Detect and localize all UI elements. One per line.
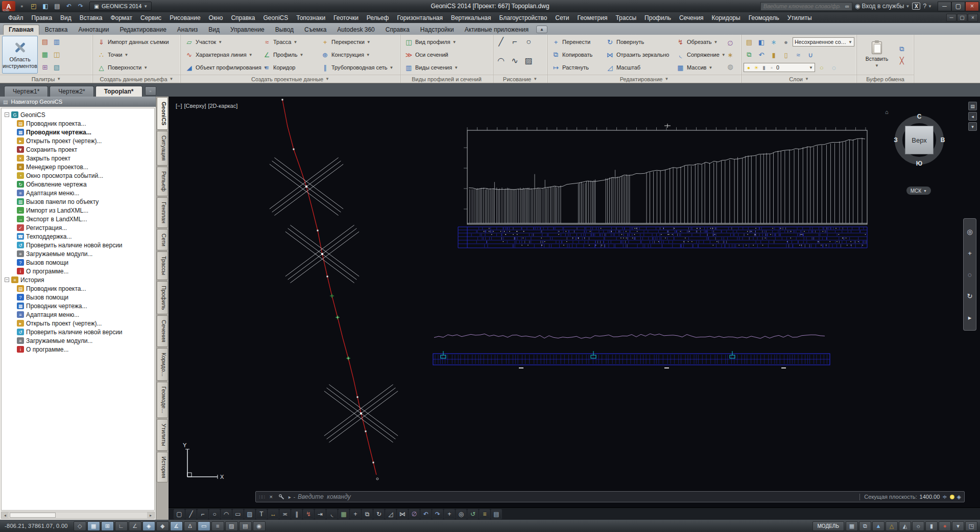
orbit-icon[interactable]: ↻ (965, 291, 975, 301)
ribbon-button[interactable]: ↦Растянуть (549, 61, 603, 74)
ribbon-button[interactable]: △Поверхности▼ (95, 61, 178, 74)
horizontal-scrollbar[interactable]: ◂ ▸ (1, 512, 155, 519)
ribbon-button[interactable]: +Перекрестки▼ (319, 36, 399, 48)
ucs-icon[interactable]: YX (183, 442, 224, 480)
vertical-tab[interactable]: GeoniCS (157, 97, 168, 130)
erase-button[interactable]: ∅ (725, 37, 736, 49)
command-line[interactable]: ∷∷ × ▸ - Секущая плоскость: 1400.00 ≑ ◈ (255, 491, 965, 502)
menu-item[interactable]: Рисование (165, 12, 204, 23)
dynamic-input-toggle[interactable]: ▭ (198, 521, 210, 531)
menu-item[interactable]: Геомодель (745, 12, 783, 23)
arc-icon[interactable]: ◠ (221, 509, 232, 519)
ribbon-button[interactable]: ↻Повернуть (604, 36, 673, 48)
tree-item[interactable]: ←Импорт из LandXML... (4, 206, 153, 215)
ribbon-button[interactable]: ◟Сопряжение▼ (674, 49, 723, 61)
layer-properties-button[interactable]: ▤ (744, 36, 755, 48)
transparency-toggle[interactable]: ▨ (225, 521, 238, 531)
hatch-icon[interactable]: ▨ (244, 509, 255, 519)
erase-icon[interactable]: ∅ (409, 509, 420, 519)
full-navigation-wheel-icon[interactable]: ◎ (965, 226, 975, 237)
layer-state-combo[interactable]: Несохраненное состояние листа▼ (793, 37, 854, 47)
exchange-apps-icon[interactable]: X (912, 3, 920, 10)
pan-icon[interactable]: + (965, 248, 975, 258)
pan-icon[interactable]: + (444, 509, 455, 519)
ribbon-tab[interactable]: Анализ (172, 25, 203, 35)
tree-item[interactable]: ×Закрыть проект (4, 154, 153, 163)
menu-item[interactable]: Благоустройство (495, 12, 551, 23)
menu-item[interactable]: Вставка (76, 12, 107, 23)
menu-item[interactable]: Утилиты (783, 12, 816, 23)
ribbon-panel-title[interactable]: Создать проектные данные▼ (181, 75, 400, 83)
lineweight-toggle[interactable]: ≡ (211, 521, 224, 531)
quick-view-drawings-button[interactable]: ⧉ (859, 521, 871, 531)
vertical-tab[interactable]: Ситуация (157, 131, 168, 165)
doc-close-button[interactable]: × (968, 14, 978, 21)
tool-palettes-button[interactable]: ▤ (39, 36, 51, 47)
menu-item[interactable]: Топознаки (292, 12, 329, 23)
layer-combo[interactable]: ●☀▮▫0▼ (744, 63, 815, 72)
selection-cycling-toggle[interactable]: ◉ (253, 521, 266, 531)
zoom-icon[interactable]: ◎ (456, 509, 467, 519)
alignment-centerline[interactable] (282, 99, 379, 480)
vertical-tab[interactable]: Сети (157, 229, 168, 251)
drawing-canvas[interactable]: YX [−] [Сверху] [2D-каркас] ⌂ С Ю З В Ве… (169, 97, 980, 507)
paste-button[interactable]: Вставить▼ (859, 36, 895, 74)
menu-item[interactable]: Формат (106, 12, 136, 23)
workspace-combo[interactable]: ▣GEONICS 2014▼ (89, 2, 152, 11)
layer-unlock-button[interactable]: ▯ (780, 49, 792, 60)
tree-item[interactable]: ▼Сохранить проект (4, 145, 153, 154)
status-menu-button[interactable]: ▾ (952, 521, 964, 531)
search-icon[interactable]: ∞ (843, 3, 852, 9)
tree-item[interactable]: ≡Адаптация меню... (4, 189, 153, 197)
fillet-icon[interactable]: ◟ (326, 509, 338, 519)
section-plane-slider-icon[interactable]: ≑ (942, 494, 947, 500)
properties-button[interactable]: ▥ (51, 36, 62, 47)
ribbon-button[interactable]: ∿Характерная линия▼ (183, 49, 259, 61)
doc-restore-button[interactable]: ▢ (957, 14, 967, 21)
tree-item[interactable]: ☎Техподдержка... (4, 232, 153, 241)
tree-item[interactable]: ≡Загружаемые модули... (4, 249, 153, 258)
tree-item[interactable]: ▸Открыть проект (чертеж)... (4, 319, 153, 328)
vertical-tab[interactable]: Коридо... (157, 348, 168, 381)
object-snap-tracking-toggle[interactable]: ∡ (170, 521, 183, 531)
zoom-icon[interactable]: ◌ (965, 269, 975, 280)
tree-item[interactable]: ?Вызов помощи (4, 293, 153, 302)
tree-item[interactable]: ↻Обновление чертежа (4, 180, 153, 189)
polar-tracking-toggle[interactable]: ∠ (129, 521, 141, 531)
viewcube-west[interactable]: З (892, 136, 899, 144)
object-snap-toggle[interactable]: ◈ (142, 521, 155, 531)
command-grip-icon[interactable]: ∷∷ (259, 494, 265, 500)
tree-item[interactable]: ?Вызов помощи (4, 258, 153, 267)
menu-item[interactable]: Сети (551, 12, 573, 23)
ribbon-button[interactable]: ▱Участок▼ (183, 36, 259, 48)
viewcube-top-face[interactable]: Верх (905, 126, 934, 154)
drawing-viewport[interactable]: YX (169, 97, 980, 507)
redo-icon[interactable]: ↷ (432, 509, 443, 519)
menu-item[interactable]: Коридоры (708, 12, 745, 23)
ribbon-button[interactable]: ⋈Отразить зеркально (604, 49, 673, 61)
scrollbar-thumb[interactable] (10, 513, 56, 518)
maximize-button[interactable]: ▢ (951, 2, 965, 11)
tree-item[interactable]: ▤Проводник проекта... (4, 119, 153, 128)
tree-item[interactable]: →Экспорт в LandXML... (4, 215, 153, 223)
tree-item[interactable]: ▸Открыть проект (чертеж)... (4, 136, 153, 145)
ribbon-button[interactable]: ⊕Конструкция▼ (319, 49, 399, 61)
move-icon[interactable]: + (350, 509, 361, 519)
explode-button[interactable]: ∗ (725, 49, 736, 60)
ribbon-panel-title[interactable]: Слои▼ (742, 75, 856, 83)
ribbon-tab[interactable]: Редактирование (114, 25, 171, 35)
infer-constraints-toggle[interactable]: ◇ (74, 521, 86, 531)
profile-view-graphic[interactable] (464, 124, 867, 224)
viewcube-home-icon[interactable]: ⌂ (885, 109, 889, 115)
ribbon-tab[interactable]: Справка (380, 25, 415, 35)
rectangle-icon[interactable]: ▭ (232, 509, 244, 519)
doc-minimize-button[interactable]: ─ (946, 14, 957, 21)
array-icon[interactable]: ▦ (338, 509, 349, 519)
tree-item[interactable]: −≡История (4, 275, 153, 284)
layer-prev-button[interactable]: ↶ (756, 49, 767, 60)
line-button[interactable]: ╱ (495, 36, 507, 48)
menu-item[interactable]: Справка (227, 12, 259, 23)
fade-button[interactable]: ◍ (725, 61, 736, 72)
ribbon-button[interactable]: ◢Объект профилирования▼ (183, 61, 259, 74)
ribbon-button[interactable]: ◫Вид профиля▼ (402, 36, 491, 48)
